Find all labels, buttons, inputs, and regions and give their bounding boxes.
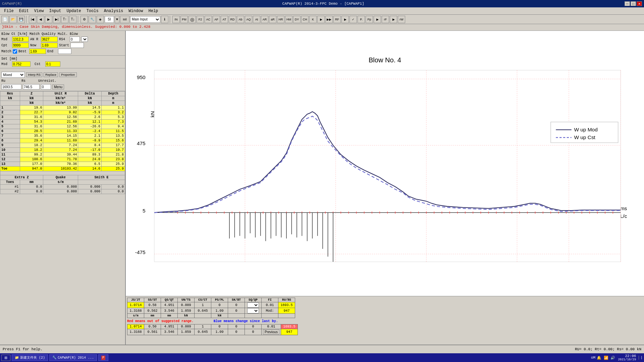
kn-m2-header: kN/m²	[43, 101, 78, 106]
end-input[interactable]	[58, 49, 71, 54]
show-desktop-icon[interactable]: |	[639, 356, 643, 360]
col-unTs: UN/TS	[178, 298, 195, 302]
start-button[interactable]: ⊞	[1, 355, 10, 361]
tb-at2[interactable]: At	[253, 16, 260, 23]
tb-mil[interactable]: Mil	[120, 16, 129, 23]
menu-file[interactable]: File	[1, 8, 16, 14]
tb-af[interactable]: AF	[213, 16, 220, 23]
new-button[interactable]: 📄	[1, 16, 9, 23]
tb-checkmark[interactable]: ✓	[350, 16, 357, 23]
prev1-c6: 0	[211, 324, 228, 329]
prev-row2: 1.3168 0.561 3.546 1.059 0.645 1.09 0 0 …	[127, 329, 298, 335]
table-row: 222.79.02-5.93.2	[0, 110, 125, 115]
replace-button[interactable]: Replace	[44, 72, 58, 77]
menu-tools[interactable]: Tools	[84, 8, 101, 14]
tb-rd[interactable]: RD	[229, 16, 236, 23]
taskbar-item-capwap[interactable]: 🔧 CAPWAP(R) 2014 ...	[49, 354, 97, 361]
tb-aq[interactable]: AQ	[245, 16, 252, 23]
menu-window[interactable]: Window	[126, 8, 146, 14]
save-button[interactable]: 💾	[17, 16, 25, 23]
taskbar-item-app3[interactable]: P	[98, 354, 108, 361]
menu-edit[interactable]: Edit	[16, 8, 32, 14]
menu-view[interactable]: View	[32, 8, 47, 14]
set-msd-input[interactable]	[12, 61, 31, 67]
si-input[interactable]: SI	[105, 16, 114, 23]
tb-extra7[interactable]: ▶	[390, 16, 397, 23]
menu-update[interactable]: Update	[64, 8, 84, 14]
tb-next[interactable]: ▶	[45, 16, 52, 23]
previous-button[interactable]: Previous	[263, 329, 279, 335]
tb-hm[interactable]: HM	[285, 16, 292, 23]
tb-prev-prev[interactable]: |◀	[29, 16, 36, 23]
rs4-input[interactable]	[70, 37, 80, 42]
tb-k[interactable]: K	[309, 16, 317, 23]
unresist-input[interactable]	[41, 84, 51, 89]
tb-extra3[interactable]: RF	[333, 16, 341, 23]
tb-at[interactable]: AT	[221, 16, 228, 23]
set-cst-input[interactable]	[45, 61, 60, 67]
proportion-button[interactable]: Proportion	[59, 72, 77, 77]
menu-help[interactable]: Help	[146, 8, 161, 14]
sq-dropdown2[interactable]	[247, 308, 259, 313]
tb-in[interactable]: IN	[172, 16, 180, 23]
ru-input[interactable]	[1, 84, 21, 89]
minimize-button[interactable]: ─	[625, 1, 630, 6]
col-unit-r: Unit R	[43, 92, 78, 96]
menu-input[interactable]: Input	[46, 8, 64, 14]
svg-text:-475: -475	[135, 249, 146, 255]
tb-ac[interactable]: AC	[205, 16, 212, 23]
sq-dropdown1[interactable]	[247, 302, 259, 308]
tb-ch[interactable]: CH	[301, 16, 309, 23]
method-dropdown[interactable]: Mixed	[1, 72, 25, 78]
data-table-container: Res Z Unit R Delta Depth kN kN kN/m² kN …	[0, 91, 125, 194]
taskbar-item-folder[interactable]: 📁 新建文件夹 (2)	[12, 354, 48, 361]
tb-extra2[interactable]: ▶▶	[325, 16, 333, 23]
tb-btn1[interactable]: ⚙	[80, 16, 88, 23]
match-checkbox[interactable]	[13, 49, 17, 54]
tb-btn3[interactable]: ◈	[97, 16, 104, 23]
tb-btn2[interactable]: 🔧	[89, 16, 96, 23]
maximize-button[interactable]: □	[631, 1, 636, 6]
tb-next-next[interactable]: ▶|	[53, 16, 60, 23]
tb-ar[interactable]: AR	[261, 16, 268, 23]
tb-extra6[interactable]: rF	[382, 16, 389, 23]
tb-ab[interactable]: Ab	[237, 16, 244, 23]
menu-button[interactable]: Menu	[52, 84, 64, 89]
table-row: 1018.27.24-17.019.7	[0, 148, 125, 153]
status-bar-top: }Skin - Case Skin Damping, dimensionless…	[0, 24, 644, 31]
tb-ar2[interactable]: aR	[269, 16, 276, 23]
main-input-dropdown[interactable]: Main Input	[130, 16, 160, 23]
now-input[interactable]	[41, 43, 58, 48]
prev1-c2: 0.50	[144, 324, 161, 329]
tb-extra1[interactable]: ▶	[317, 16, 325, 23]
tb-pm[interactable]: PM	[180, 16, 188, 23]
close-button[interactable]: ✕	[637, 1, 642, 6]
tb-f2[interactable]: F2	[197, 16, 204, 23]
msd-input[interactable]	[12, 37, 29, 42]
an-r-input[interactable]	[41, 37, 58, 42]
tb-pp[interactable]: P.	[358, 16, 365, 23]
interp-rs-button[interactable]: Interp RS	[26, 72, 42, 77]
open-button[interactable]: 📂	[9, 16, 17, 23]
menu-analysis[interactable]: Analysis	[101, 8, 126, 14]
tb-extra4[interactable]: ▶	[341, 16, 349, 23]
tb-rw[interactable]: rW	[398, 16, 405, 23]
tb-pp2[interactable]: Pp	[366, 16, 373, 23]
tb-prev[interactable]: ◀	[37, 16, 44, 23]
tb-t-up[interactable]: T↑	[61, 16, 68, 23]
chart-title: Blow No. 4	[369, 56, 401, 64]
tb-hr[interactable]: HR	[277, 16, 284, 23]
best-input[interactable]	[29, 49, 46, 54]
toolbar: 📄 📂 💾 |◀ ◀ ▶ ▶| T↑ T↓ ⚙ 🔧 ◈ SI ▼ Mil Mai…	[0, 15, 644, 24]
tb-dy[interactable]: DY	[293, 16, 301, 23]
tb-info[interactable]: ℹ	[161, 16, 168, 23]
tb-extra5[interactable]: ▶	[374, 16, 381, 23]
tb-t-down[interactable]: T↓	[69, 16, 76, 23]
cpt-input[interactable]	[12, 43, 29, 48]
start-input[interactable]	[70, 43, 84, 48]
tb-circle[interactable]: ◎	[189, 16, 196, 23]
unit-z: kN	[20, 96, 43, 101]
rs4-dropdown[interactable]: 0	[81, 37, 88, 42]
tb-si-btn[interactable]: ▼	[115, 16, 119, 23]
rs-input[interactable]	[23, 84, 40, 89]
